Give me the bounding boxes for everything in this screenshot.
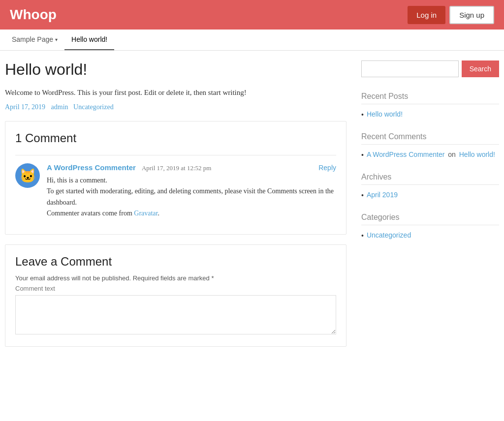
comment-notice: Your email address will not be published… xyxy=(15,274,336,282)
comment-divider xyxy=(15,155,336,155)
list-item: Hello world! xyxy=(361,110,499,119)
categories-title: Categories xyxy=(361,213,499,225)
on-text: on xyxy=(448,150,456,158)
page-wrapper: Hello world! Welcome to WordPress. This … xyxy=(0,51,504,357)
comment-date: April 17, 2019 at 12:52 pm xyxy=(142,164,212,172)
leave-comment-title: Leave a Comment xyxy=(15,255,336,269)
comment-author-link[interactable]: A WordPress Commenter xyxy=(47,163,136,172)
sidebar: Search Recent Posts Hello world! Recent … xyxy=(361,60,499,347)
comment-header: A WordPress Commenter April 17, 2019 at … xyxy=(47,163,336,172)
comment-textarea[interactable] xyxy=(15,295,336,334)
main-content: Hello world! Welcome to WordPress. This … xyxy=(5,60,346,347)
recent-posts-list: Hello world! xyxy=(361,110,499,119)
search-input[interactable] xyxy=(361,60,459,77)
archive-link[interactable]: April 2019 xyxy=(367,191,398,199)
comment-gravatar-line: Commenter avatars come from Gravatar. xyxy=(47,208,336,219)
sidebar-categories: Categories Uncategorized xyxy=(361,213,499,240)
site-nav: Sample Page ▾ Hello world! xyxy=(0,30,504,51)
chevron-down-icon: ▾ xyxy=(55,37,58,42)
header-buttons: Log in Sign up xyxy=(408,6,494,24)
recent-posts-title: Recent Posts xyxy=(361,92,499,104)
recent-comments-title: Recent Comments xyxy=(361,132,499,145)
login-button[interactable]: Log in xyxy=(408,6,445,24)
list-item: A WordPress Commenter on Hello world! xyxy=(361,150,499,159)
recent-comment-post[interactable]: Hello world! xyxy=(459,150,495,158)
comment: 🐱 A WordPress Commenter April 17, 2019 a… xyxy=(15,163,336,224)
recent-post-link[interactable]: Hello world! xyxy=(367,110,403,118)
site-header: Whoop Log in Sign up xyxy=(0,0,504,30)
nav-item-sample-page[interactable]: Sample Page ▾ xyxy=(5,30,64,50)
sidebar-archives: Archives April 2019 xyxy=(361,173,499,199)
signup-button[interactable]: Sign up xyxy=(449,6,494,24)
post-body: Welcome to WordPress. This is your first… xyxy=(5,87,346,98)
comment-author-block: A WordPress Commenter April 17, 2019 at … xyxy=(47,163,211,172)
post-category[interactable]: Uncategorized xyxy=(73,103,114,111)
gravatar-link[interactable]: Gravatar xyxy=(134,210,158,217)
recent-comment-author[interactable]: A WordPress Commenter xyxy=(367,150,444,158)
list-item: Uncategorized xyxy=(361,231,499,240)
comments-title: 1 Comment xyxy=(15,131,336,145)
post-meta: April 17, 2019 admin Uncategorized xyxy=(5,103,346,111)
comment-text: Hi, this is a comment. To get started wi… xyxy=(47,175,336,219)
archives-title: Archives xyxy=(361,173,499,185)
list-item: April 2019 xyxy=(361,191,499,199)
sidebar-recent-posts: Recent Posts Hello world! xyxy=(361,92,499,119)
comments-section: 1 Comment 🐱 A WordPress Commenter April … xyxy=(5,121,346,235)
site-title: Whoop xyxy=(10,7,57,23)
recent-comments-list: A WordPress Commenter on Hello world! xyxy=(361,150,499,159)
post-author[interactable]: admin xyxy=(51,103,68,111)
avatar: 🐱 xyxy=(15,163,40,188)
category-link[interactable]: Uncategorized xyxy=(367,231,411,239)
comment-body: A WordPress Commenter April 17, 2019 at … xyxy=(47,163,336,219)
nav-item-hello-world[interactable]: Hello world! xyxy=(64,30,114,50)
categories-list: Uncategorized xyxy=(361,231,499,240)
post-date: April 17, 2019 xyxy=(5,103,45,111)
reply-button[interactable]: Reply xyxy=(318,164,336,172)
post-title: Hello world! xyxy=(5,60,346,79)
sidebar-recent-comments: Recent Comments A WordPress Commenter on… xyxy=(361,132,499,159)
avatar-icon: 🐱 xyxy=(19,168,36,184)
comment-label: Comment text xyxy=(15,285,336,292)
archives-list: April 2019 xyxy=(361,191,499,199)
search-button[interactable]: Search xyxy=(462,60,499,77)
sidebar-search: Search xyxy=(361,60,499,77)
leave-comment-section: Leave a Comment Your email address will … xyxy=(5,244,346,347)
